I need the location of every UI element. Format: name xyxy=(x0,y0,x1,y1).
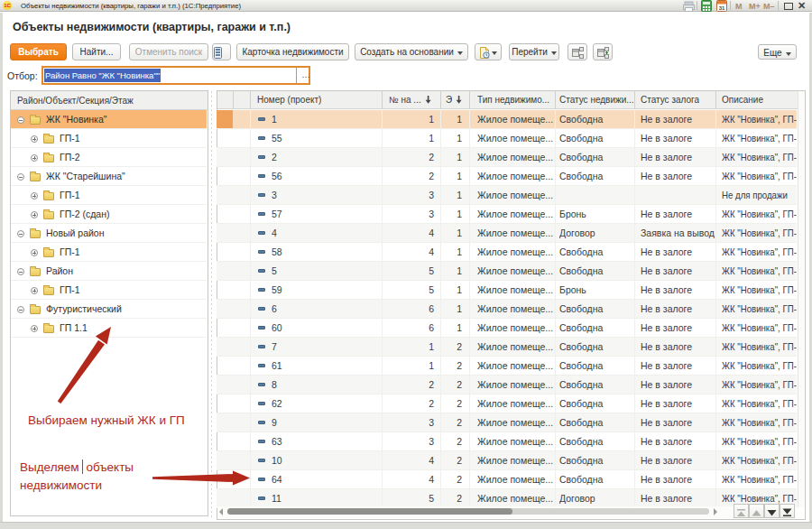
svg-text:31: 31 xyxy=(719,5,725,11)
